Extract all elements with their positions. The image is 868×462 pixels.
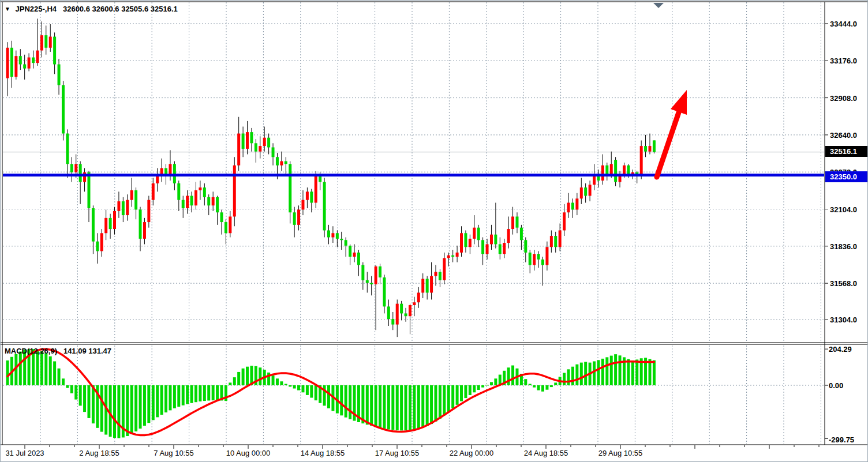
macd-histogram-bar — [405, 385, 407, 430]
candle-body — [473, 228, 476, 239]
time-axis-label: 22 Aug 00:00 — [450, 449, 494, 457]
macd-histogram-bar — [113, 385, 116, 438]
macd-histogram-bar — [203, 385, 206, 401]
macd-histogram-bar — [289, 385, 291, 386]
candle-body — [370, 283, 373, 284]
candle-body — [220, 212, 223, 222]
candle-body — [435, 272, 437, 276]
macd-histogram-bar — [524, 379, 527, 385]
candle-body — [580, 187, 583, 198]
macd-histogram-bar — [280, 381, 283, 385]
candle-body — [653, 140, 656, 152]
macd-histogram-bar — [92, 385, 95, 423]
macd-histogram-bar — [375, 385, 377, 427]
candle-body — [109, 218, 112, 229]
candle-body — [644, 146, 647, 152]
candle-body — [79, 164, 82, 182]
time-axis-label: 24 Aug 18:55 — [524, 449, 568, 457]
candle-body — [242, 134, 245, 149]
candle-body — [237, 134, 240, 166]
macd-histogram-bar — [571, 367, 574, 385]
candle-body — [353, 253, 356, 257]
macd-histogram-bar — [507, 367, 510, 385]
macd-histogram-bar — [443, 385, 446, 415]
candle-body — [533, 254, 536, 265]
macd-histogram-bar — [272, 375, 275, 385]
candle-body — [315, 176, 317, 203]
macd-histogram-bar — [537, 385, 540, 390]
candle-body — [511, 216, 514, 229]
macd-histogram-bar — [301, 385, 304, 392]
candle-body — [589, 185, 592, 196]
macd-histogram-bar — [409, 385, 411, 430]
candle-body — [74, 164, 77, 172]
macd-histogram-bar — [379, 385, 381, 428]
candle-body — [134, 190, 137, 210]
macd-histogram-bar — [6, 360, 9, 385]
candle-body — [10, 48, 13, 77]
candle-body — [490, 235, 493, 245]
candle-body — [571, 202, 574, 209]
candle-body — [503, 243, 506, 254]
macd-histogram-bar — [285, 384, 287, 385]
macd-histogram-bar — [635, 359, 638, 385]
macd-histogram-bar — [237, 372, 240, 385]
candle-body — [340, 239, 343, 240]
chart-shift-marker-icon[interactable] — [653, 3, 664, 8]
macd-histogram-bar — [563, 373, 566, 385]
candle-body — [451, 256, 454, 257]
macd-histogram-bar — [413, 385, 416, 430]
candle-body — [6, 48, 9, 78]
symbol-period-label: JPN225-,H4 — [16, 5, 57, 13]
candle-body — [306, 191, 309, 200]
candle-body — [610, 164, 613, 174]
candle-body — [623, 166, 626, 174]
macd-histogram-bar — [246, 367, 249, 385]
candle-body — [469, 239, 472, 247]
macd-histogram-bar — [259, 367, 261, 385]
macd-histogram-bar — [619, 355, 622, 385]
macd-histogram-bar — [207, 385, 210, 400]
macd-axis-label: -299.75 — [829, 435, 854, 444]
candle-body — [126, 200, 129, 215]
macd-signal-line — [8, 349, 654, 435]
candle-body — [267, 138, 270, 148]
macd-histogram-bar — [349, 385, 351, 419]
macd-histogram-bar — [126, 385, 129, 436]
bullish-arrow-shaft[interactable] — [657, 112, 679, 177]
candle-body — [297, 209, 300, 224]
candle-body — [104, 218, 107, 233]
macd-histogram-bar — [653, 360, 656, 385]
candle-body — [310, 191, 313, 202]
candle-body — [349, 246, 351, 257]
macd-histogram-bar — [233, 377, 236, 385]
candle-body — [233, 166, 236, 217]
candle-body — [559, 230, 562, 247]
macd-histogram-bar — [361, 385, 364, 423]
candle-body — [383, 277, 386, 306]
candle-body — [259, 146, 261, 152]
chart-dropdown-triangle-icon[interactable]: ▼ — [5, 6, 10, 12]
chart-canvas[interactable] — [1, 1, 868, 462]
time-axis-label: 10 Aug 00:00 — [226, 449, 271, 457]
candle-body — [194, 190, 197, 205]
candle-body — [19, 56, 22, 64]
candle-body — [481, 240, 484, 254]
candle-body — [524, 240, 527, 253]
candle-body — [417, 292, 420, 302]
candle-body — [113, 211, 116, 229]
candle-body — [443, 258, 446, 280]
macd-histogram-bar — [49, 356, 52, 385]
macd-name: MACD(12,26,9) — [5, 347, 57, 355]
candle-body — [23, 65, 26, 69]
macd-histogram-bar — [177, 385, 180, 407]
macd-histogram-bar — [426, 385, 429, 426]
macd-histogram-bar — [473, 385, 476, 392]
macd-histogram-bar — [400, 385, 403, 430]
macd-histogram-bar — [550, 385, 553, 387]
macd-histogram-bar — [469, 385, 472, 395]
candle-body — [40, 35, 43, 50]
candle-body — [169, 164, 171, 175]
macd-histogram-bar — [597, 360, 600, 385]
macd-histogram-bar — [152, 385, 155, 420]
